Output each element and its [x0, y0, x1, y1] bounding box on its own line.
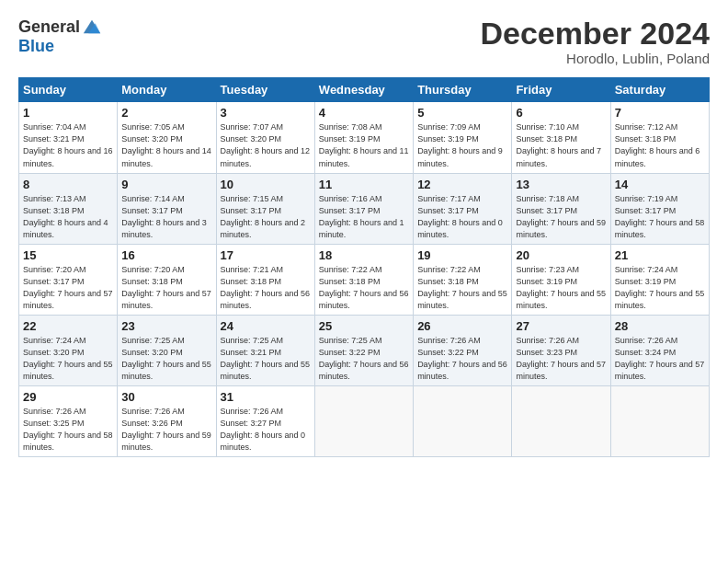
logo-blue-text: Blue [18, 37, 54, 56]
day-number: 1 [23, 106, 113, 120]
day-number: 11 [319, 178, 409, 191]
calendar-cell: 24 Sunrise: 7:25 AMSunset: 3:21 PMDaylig… [216, 315, 314, 385]
logo-icon [82, 17, 102, 37]
day-info: Sunrise: 7:26 AMSunset: 3:25 PMDaylight:… [23, 407, 113, 452]
day-info: Sunrise: 7:04 AMSunset: 3:21 PMDaylight:… [23, 122, 113, 167]
day-number: 19 [417, 248, 507, 262]
calendar-cell: 13 Sunrise: 7:18 AMSunset: 3:17 PMDaylig… [512, 173, 610, 244]
col-monday: Monday [118, 78, 216, 102]
day-info: Sunrise: 7:13 AMSunset: 3:18 PMDaylight:… [23, 194, 108, 239]
day-info: Sunrise: 7:20 AMSunset: 3:17 PMDaylight:… [23, 265, 113, 310]
day-number: 20 [516, 248, 606, 262]
day-number: 25 [319, 319, 409, 333]
col-friday: Friday [512, 78, 610, 102]
calendar-cell: 11 Sunrise: 7:16 AMSunset: 3:17 PMDaylig… [314, 173, 413, 244]
day-number: 6 [516, 106, 606, 120]
calendar-cell: 17 Sunrise: 7:21 AMSunset: 3:18 PMDaylig… [216, 244, 314, 315]
calendar-cell: 5 Sunrise: 7:09 AMSunset: 3:19 PMDayligh… [414, 102, 512, 173]
day-info: Sunrise: 7:18 AMSunset: 3:17 PMDaylight:… [516, 194, 606, 239]
col-thursday: Thursday [414, 78, 512, 102]
day-info: Sunrise: 7:24 AMSunset: 3:20 PMDaylight:… [23, 336, 113, 381]
day-number: 3 [221, 106, 311, 120]
calendar-cell: 10 Sunrise: 7:15 AMSunset: 3:17 PMDaylig… [216, 173, 314, 244]
day-number: 13 [516, 178, 606, 191]
day-info: Sunrise: 7:24 AMSunset: 3:19 PMDaylight:… [615, 265, 705, 310]
day-info: Sunrise: 7:16 AMSunset: 3:17 PMDaylight:… [319, 194, 404, 239]
logo-general-text: General [18, 17, 80, 37]
day-info: Sunrise: 7:26 AMSunset: 3:24 PMDaylight:… [615, 336, 705, 381]
calendar-cell: 8 Sunrise: 7:13 AMSunset: 3:18 PMDayligh… [19, 173, 118, 244]
calendar-cell: 7 Sunrise: 7:12 AMSunset: 3:18 PMDayligh… [610, 102, 709, 173]
day-info: Sunrise: 7:25 AMSunset: 3:21 PMDaylight:… [221, 336, 311, 381]
day-number: 17 [221, 248, 311, 262]
col-saturday: Saturday [610, 78, 709, 102]
day-number: 5 [417, 106, 507, 120]
day-number: 21 [615, 248, 705, 262]
day-number: 4 [319, 106, 409, 120]
day-info: Sunrise: 7:26 AMSunset: 3:27 PMDaylight:… [221, 407, 306, 452]
day-number: 12 [417, 178, 507, 191]
calendar-table: Sunday Monday Tuesday Wednesday Thursday… [18, 77, 710, 457]
day-number: 28 [615, 319, 705, 333]
day-number: 10 [221, 178, 311, 191]
day-info: Sunrise: 7:12 AMSunset: 3:18 PMDaylight:… [615, 122, 700, 167]
calendar-cell: 18 Sunrise: 7:22 AMSunset: 3:18 PMDaylig… [314, 244, 413, 315]
day-info: Sunrise: 7:17 AMSunset: 3:17 PMDaylight:… [417, 194, 503, 239]
calendar-cell: 15 Sunrise: 7:20 AMSunset: 3:17 PMDaylig… [19, 244, 118, 315]
day-number: 18 [319, 248, 409, 262]
day-info: Sunrise: 7:15 AMSunset: 3:17 PMDaylight:… [221, 194, 306, 239]
day-number: 7 [615, 106, 705, 120]
calendar-cell: 30 Sunrise: 7:26 AMSunset: 3:26 PMDaylig… [118, 386, 216, 457]
calendar-cell: 22 Sunrise: 7:24 AMSunset: 3:20 PMDaylig… [19, 315, 118, 385]
calendar-cell: 31 Sunrise: 7:26 AMSunset: 3:27 PMDaylig… [216, 386, 314, 457]
calendar-cell: 20 Sunrise: 7:23 AMSunset: 3:19 PMDaylig… [512, 244, 610, 315]
calendar-cell [314, 386, 413, 457]
col-tuesday: Tuesday [216, 78, 314, 102]
day-info: Sunrise: 7:23 AMSunset: 3:19 PMDaylight:… [516, 265, 606, 310]
day-number: 14 [615, 178, 705, 191]
calendar-cell [610, 386, 709, 457]
day-number: 8 [23, 178, 113, 191]
calendar-week-row: 1 Sunrise: 7:04 AMSunset: 3:21 PMDayligh… [19, 102, 710, 173]
header: General Blue December 2024 Horodlo, Lubl… [18, 17, 710, 66]
calendar-cell: 2 Sunrise: 7:05 AMSunset: 3:20 PMDayligh… [118, 102, 216, 173]
day-info: Sunrise: 7:05 AMSunset: 3:20 PMDaylight:… [121, 122, 211, 167]
header-row: Sunday Monday Tuesday Wednesday Thursday… [19, 78, 710, 102]
calendar-cell: 29 Sunrise: 7:26 AMSunset: 3:25 PMDaylig… [19, 386, 118, 457]
calendar-cell: 3 Sunrise: 7:07 AMSunset: 3:20 PMDayligh… [216, 102, 314, 173]
day-info: Sunrise: 7:20 AMSunset: 3:18 PMDaylight:… [121, 265, 211, 310]
day-info: Sunrise: 7:22 AMSunset: 3:18 PMDaylight:… [319, 265, 409, 310]
day-number: 22 [23, 319, 113, 333]
calendar-week-row: 29 Sunrise: 7:26 AMSunset: 3:25 PMDaylig… [19, 386, 710, 457]
day-info: Sunrise: 7:26 AMSunset: 3:26 PMDaylight:… [121, 407, 211, 452]
title-block: December 2024 Horodlo, Lublin, Poland [480, 17, 710, 66]
calendar-cell: 9 Sunrise: 7:14 AMSunset: 3:17 PMDayligh… [118, 173, 216, 244]
day-number: 27 [516, 319, 606, 333]
calendar-week-row: 22 Sunrise: 7:24 AMSunset: 3:20 PMDaylig… [19, 315, 710, 385]
calendar-cell: 26 Sunrise: 7:26 AMSunset: 3:22 PMDaylig… [414, 315, 512, 385]
day-number: 30 [121, 390, 211, 404]
logo: General Blue [18, 17, 102, 56]
calendar-cell [414, 386, 512, 457]
day-number: 9 [121, 178, 211, 191]
day-info: Sunrise: 7:26 AMSunset: 3:22 PMDaylight:… [417, 336, 507, 381]
day-number: 23 [121, 319, 211, 333]
day-info: Sunrise: 7:22 AMSunset: 3:18 PMDaylight:… [417, 265, 507, 310]
calendar-cell: 25 Sunrise: 7:25 AMSunset: 3:22 PMDaylig… [314, 315, 413, 385]
calendar-cell: 28 Sunrise: 7:26 AMSunset: 3:24 PMDaylig… [610, 315, 709, 385]
day-info: Sunrise: 7:07 AMSunset: 3:20 PMDaylight:… [221, 122, 311, 167]
day-info: Sunrise: 7:26 AMSunset: 3:23 PMDaylight:… [516, 336, 606, 381]
calendar-cell: 16 Sunrise: 7:20 AMSunset: 3:18 PMDaylig… [118, 244, 216, 315]
month-title: December 2024 [480, 17, 710, 51]
calendar-cell: 6 Sunrise: 7:10 AMSunset: 3:18 PMDayligh… [512, 102, 610, 173]
col-sunday: Sunday [19, 78, 118, 102]
calendar-cell: 21 Sunrise: 7:24 AMSunset: 3:19 PMDaylig… [610, 244, 709, 315]
calendar-cell: 14 Sunrise: 7:19 AMSunset: 3:17 PMDaylig… [610, 173, 709, 244]
calendar-cell: 1 Sunrise: 7:04 AMSunset: 3:21 PMDayligh… [19, 102, 118, 173]
col-wednesday: Wednesday [314, 78, 413, 102]
day-number: 29 [23, 390, 113, 404]
day-info: Sunrise: 7:08 AMSunset: 3:19 PMDaylight:… [319, 122, 409, 167]
day-info: Sunrise: 7:14 AMSunset: 3:17 PMDaylight:… [121, 194, 207, 239]
calendar-week-row: 15 Sunrise: 7:20 AMSunset: 3:17 PMDaylig… [19, 244, 710, 315]
day-info: Sunrise: 7:19 AMSunset: 3:17 PMDaylight:… [615, 194, 705, 239]
